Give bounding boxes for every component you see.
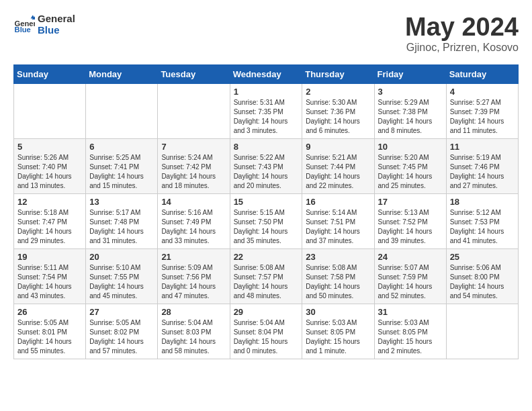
calendar-cell: 17Sunrise: 5:13 AMSunset: 7:52 PMDayligh…	[374, 193, 446, 248]
cell-info: and 15 minutes.	[89, 181, 154, 191]
cell-info: Sunrise: 5:31 AM	[234, 98, 299, 107]
calendar-cell: 10Sunrise: 5:20 AMSunset: 7:45 PMDayligh…	[374, 138, 446, 193]
cell-info: and 47 minutes.	[161, 291, 226, 301]
cell-info: Sunrise: 5:17 AM	[89, 208, 154, 218]
cell-info: Sunset: 7:48 PM	[89, 218, 154, 227]
cell-info: and 35 minutes.	[234, 236, 299, 246]
day-number: 30	[306, 307, 370, 317]
cell-info: Daylight: 14 hours	[17, 282, 82, 291]
cell-info: Sunset: 8:02 PM	[89, 328, 154, 337]
calendar-week-2: 5Sunrise: 5:26 AMSunset: 7:40 PMDaylight…	[14, 138, 519, 193]
calendar-cell: 3Sunrise: 5:29 AMSunset: 7:38 PMDaylight…	[374, 83, 446, 138]
calendar-cell	[14, 83, 86, 138]
cell-info: and 33 minutes.	[161, 236, 226, 246]
cell-info: and 58 minutes.	[161, 347, 226, 356]
cell-info: Sunset: 7:59 PM	[378, 273, 443, 282]
weekday-header-sunday: Sunday	[14, 64, 86, 83]
calendar-cell: 26Sunrise: 5:05 AMSunset: 8:01 PMDayligh…	[14, 304, 86, 359]
cell-info: and 25 minutes.	[378, 181, 443, 191]
cell-info: and 50 minutes.	[306, 291, 370, 301]
cell-info: Daylight: 14 hours	[161, 337, 226, 347]
logo-general: General	[38, 13, 75, 25]
calendar-cell: 29Sunrise: 5:04 AMSunset: 8:04 PMDayligh…	[230, 304, 302, 359]
logo-icon: General Blue	[13, 14, 35, 36]
day-number: 2	[306, 87, 370, 97]
day-number: 7	[161, 142, 226, 152]
cell-info: and 13 minutes.	[17, 181, 82, 191]
day-number: 31	[378, 307, 443, 317]
cell-info: Daylight: 14 hours	[234, 227, 299, 236]
calendar-week-3: 12Sunrise: 5:18 AMSunset: 7:47 PMDayligh…	[14, 193, 519, 248]
cell-info: Sunset: 7:54 PM	[17, 273, 82, 282]
weekday-header-monday: Monday	[86, 64, 158, 83]
cell-info: Daylight: 14 hours	[378, 282, 443, 291]
calendar-cell: 13Sunrise: 5:17 AMSunset: 7:48 PMDayligh…	[86, 193, 158, 248]
cell-info: Sunset: 8:05 PM	[378, 328, 443, 337]
cell-info: Sunrise: 5:13 AM	[378, 208, 443, 218]
cell-info: and 20 minutes.	[234, 181, 299, 191]
cell-info: Sunrise: 5:11 AM	[17, 263, 82, 273]
cell-info: Sunrise: 5:20 AM	[378, 153, 443, 163]
cell-info: Daylight: 14 hours	[161, 172, 226, 181]
cell-info: Sunrise: 5:12 AM	[450, 208, 515, 218]
cell-info: Sunset: 8:03 PM	[161, 328, 226, 337]
day-number: 5	[17, 142, 82, 152]
cell-info: Sunset: 7:44 PM	[306, 163, 370, 172]
cell-info: Daylight: 14 hours	[450, 227, 515, 236]
weekday-header-thursday: Thursday	[302, 64, 374, 83]
cell-info: and 48 minutes.	[234, 291, 299, 301]
cell-info: Sunset: 7:36 PM	[306, 107, 370, 117]
cell-info: Daylight: 14 hours	[306, 282, 370, 291]
day-number: 26	[17, 307, 82, 317]
logo: General Blue General Blue	[13, 13, 75, 36]
cell-info: Sunrise: 5:21 AM	[306, 153, 370, 163]
cell-info: Sunrise: 5:08 AM	[306, 263, 370, 273]
calendar-cell: 7Sunrise: 5:24 AMSunset: 7:42 PMDaylight…	[158, 138, 230, 193]
cell-info: Sunset: 7:41 PM	[89, 163, 154, 172]
calendar-cell: 30Sunrise: 5:03 AMSunset: 8:05 PMDayligh…	[302, 304, 374, 359]
cell-info: Sunset: 7:47 PM	[17, 218, 82, 227]
cell-info: Sunrise: 5:05 AM	[17, 318, 82, 328]
calendar-cell: 4Sunrise: 5:27 AMSunset: 7:39 PMDaylight…	[446, 83, 518, 138]
cell-info: Sunrise: 5:07 AM	[378, 263, 443, 273]
calendar-cell	[158, 83, 230, 138]
cell-info: Daylight: 15 hours	[306, 337, 370, 347]
calendar-cell: 19Sunrise: 5:11 AMSunset: 7:54 PMDayligh…	[14, 248, 86, 304]
calendar-cell	[446, 304, 518, 359]
cell-info: Daylight: 14 hours	[17, 172, 82, 181]
day-number: 28	[161, 307, 226, 317]
cell-info: Sunrise: 5:08 AM	[234, 263, 299, 273]
calendar-cell: 5Sunrise: 5:26 AMSunset: 7:40 PMDaylight…	[14, 138, 86, 193]
cell-info: Sunset: 7:39 PM	[450, 107, 515, 117]
cell-info: Sunrise: 5:04 AM	[234, 318, 299, 328]
cell-info: Daylight: 14 hours	[378, 117, 443, 126]
cell-info: Daylight: 14 hours	[306, 117, 370, 126]
calendar-cell: 16Sunrise: 5:14 AMSunset: 7:51 PMDayligh…	[302, 193, 374, 248]
cell-info: and 55 minutes.	[17, 347, 82, 356]
cell-info: Daylight: 14 hours	[17, 227, 82, 236]
day-number: 3	[378, 87, 443, 97]
weekday-header-friday: Friday	[374, 64, 446, 83]
calendar-week-5: 26Sunrise: 5:05 AMSunset: 8:01 PMDayligh…	[14, 304, 519, 359]
calendar-cell: 31Sunrise: 5:03 AMSunset: 8:05 PMDayligh…	[374, 304, 446, 359]
cell-info: Daylight: 14 hours	[450, 282, 515, 291]
cell-info: and 8 minutes.	[378, 126, 443, 136]
cell-info: Daylight: 15 hours	[234, 337, 299, 347]
calendar-cell: 25Sunrise: 5:06 AMSunset: 8:00 PMDayligh…	[446, 248, 518, 304]
cell-info: and 52 minutes.	[378, 291, 443, 301]
cell-info: Sunset: 7:38 PM	[378, 107, 443, 117]
cell-info: Sunrise: 5:26 AM	[17, 153, 82, 163]
calendar-cell: 14Sunrise: 5:16 AMSunset: 7:49 PMDayligh…	[158, 193, 230, 248]
cell-info: Sunset: 7:49 PM	[161, 218, 226, 227]
calendar-cell: 18Sunrise: 5:12 AMSunset: 7:53 PMDayligh…	[446, 193, 518, 248]
weekday-header-saturday: Saturday	[446, 64, 518, 83]
cell-info: Sunset: 7:58 PM	[306, 273, 370, 282]
cell-info: Sunset: 8:04 PM	[234, 328, 299, 337]
calendar-cell	[86, 83, 158, 138]
month-title: May 2024	[405, 13, 519, 42]
cell-info: and 1 minute.	[306, 347, 370, 356]
calendar-cell: 12Sunrise: 5:18 AMSunset: 7:47 PMDayligh…	[14, 193, 86, 248]
cell-info: Sunrise: 5:27 AM	[450, 98, 515, 107]
cell-info: and 3 minutes.	[234, 126, 299, 136]
day-number: 13	[89, 197, 154, 207]
